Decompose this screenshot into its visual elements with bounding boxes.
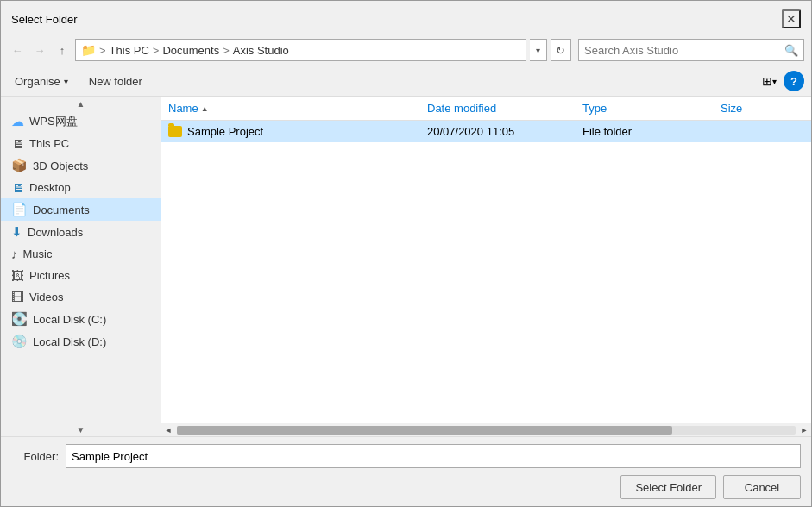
- sidebar-scroll-down[interactable]: ▼: [1, 422, 161, 436]
- sidebar-item-label-localc: Local Disk (C:): [33, 313, 106, 326]
- help-button[interactable]: ?: [784, 71, 804, 91]
- organise-button[interactable]: Organise ▾: [8, 72, 75, 91]
- back-button[interactable]: ←: [8, 41, 27, 59]
- sidebar-item-locald[interactable]: 💿 Local Disk (D:): [1, 330, 161, 353]
- downloads-icon: ⬇: [11, 224, 22, 240]
- address-path[interactable]: 📁 > This PC > Documents > Axis Studio: [75, 39, 526, 61]
- sidebar-scroll: ☁ WPS网盘 🖥 This PC 📦 3D Objects 🖥 Desktop…: [1, 110, 161, 422]
- file-size: [714, 130, 811, 134]
- column-date-label: Date modified: [427, 102, 496, 115]
- sidebar-item-label-videos: Videos: [29, 291, 64, 304]
- sidebar-item-label-pictures: Pictures: [29, 269, 70, 282]
- cloud-icon: ☁: [11, 114, 24, 129]
- path-part-axisstudio: Axis Studio: [233, 44, 289, 57]
- sidebar-item-downloads[interactable]: ⬇ Downloads: [1, 221, 161, 243]
- refresh-icon: ↻: [556, 44, 565, 57]
- dialog-title: Select Folder: [11, 13, 78, 26]
- sort-arrow-icon: ▲: [201, 104, 209, 113]
- column-name-label: Name: [168, 102, 198, 115]
- sidebar-item-label-wps: WPS网盘: [29, 114, 78, 129]
- column-type-label: Type: [582, 102, 607, 115]
- hscroll-left-arrow[interactable]: ◄: [161, 423, 175, 437]
- title-bar: Select Folder ✕: [1, 1, 811, 34]
- forward-button[interactable]: →: [30, 41, 49, 59]
- column-size-label: Size: [721, 102, 742, 115]
- search-input[interactable]: [584, 44, 784, 57]
- sidebar-item-label-thispc: This PC: [29, 137, 69, 150]
- new-folder-button[interactable]: New folder: [82, 72, 149, 91]
- file-list: Sample Project 20/07/2020 11:05 File fol…: [161, 121, 811, 422]
- horizontal-scrollbar[interactable]: ◄ ►: [161, 422, 811, 436]
- file-name: Sample Project: [187, 125, 263, 138]
- file-area: Name ▲ Date modified Type Size: [161, 97, 811, 436]
- hscroll-right-arrow[interactable]: ►: [797, 423, 811, 437]
- sidebar-item-desktop[interactable]: 🖥 Desktop: [1, 177, 161, 198]
- close-button[interactable]: ✕: [782, 9, 801, 28]
- path-dropdown-button[interactable]: ▾: [530, 39, 547, 61]
- local-disk-c-icon: 💽: [11, 311, 28, 327]
- documents-icon: 📄: [11, 202, 28, 217]
- sidebar-item-pictures[interactable]: 🖼 Pictures: [1, 265, 161, 286]
- cancel-button[interactable]: Cancel: [723, 475, 801, 499]
- toolbar: Organise ▾ New folder ⊞ ▾ ?: [1, 66, 811, 97]
- local-disk-d-icon: 💿: [11, 334, 28, 349]
- view-arrow-icon: ▾: [772, 77, 777, 86]
- sidebar-item-label-3d: 3D Objects: [33, 160, 88, 172]
- folder-input[interactable]: [66, 444, 801, 468]
- sidebar-item-documents[interactable]: 📄 Documents: [1, 198, 161, 221]
- sidebar-item-3dobjects[interactable]: 📦 3D Objects: [1, 154, 161, 177]
- sidebar-item-music[interactable]: ♪ Music: [1, 243, 161, 265]
- search-icon: 🔍: [784, 44, 798, 57]
- folder-label: Folder:: [11, 450, 59, 463]
- view-button[interactable]: ⊞ ▾: [758, 70, 780, 92]
- sidebar-item-videos[interactable]: 🎞 Videos: [1, 286, 161, 308]
- new-folder-label: New folder: [89, 75, 142, 88]
- desktop-icon: 🖥: [11, 180, 24, 195]
- folder-yellow-icon: [168, 126, 182, 137]
- organise-arrow-icon: ▾: [64, 77, 68, 86]
- bottom-bar: Folder: Select Folder Cancel: [1, 436, 811, 506]
- file-table-header: Name ▲ Date modified Type Size: [161, 97, 811, 121]
- file-type: File folder: [576, 123, 714, 140]
- sidebar: ▲ ☁ WPS网盘 🖥 This PC 📦 3D Objects 🖥 Deskt…: [1, 97, 161, 436]
- column-header-date[interactable]: Date modified: [420, 100, 576, 116]
- main-content: ▲ ☁ WPS网盘 🖥 This PC 📦 3D Objects 🖥 Deskt…: [1, 97, 811, 436]
- organise-label: Organise: [15, 75, 60, 88]
- sidebar-item-label-locald: Local Disk (D:): [33, 335, 106, 348]
- select-folder-button[interactable]: Select Folder: [620, 475, 716, 499]
- sidebar-scroll-up[interactable]: ▲: [1, 97, 161, 110]
- sidebar-item-label-downloads: Downloads: [28, 226, 83, 239]
- view-icon: ⊞: [762, 74, 772, 88]
- path-separator-3: >: [223, 44, 230, 57]
- 3d-icon: 📦: [11, 158, 28, 173]
- column-header-name[interactable]: Name ▲: [161, 100, 420, 116]
- up-button[interactable]: ↑: [53, 41, 72, 59]
- address-bar: ← → ↑ 📁 > This PC > Documents > Axis Stu…: [1, 34, 811, 66]
- table-row[interactable]: Sample Project 20/07/2020 11:05 File fol…: [161, 121, 811, 142]
- videos-icon: 🎞: [11, 290, 24, 304]
- pictures-icon: 🖼: [11, 268, 24, 283]
- file-name-cell: Sample Project: [161, 123, 420, 140]
- path-part-documents: Documents: [162, 44, 219, 57]
- path-part-thispc: This PC: [110, 44, 149, 57]
- select-folder-dialog: Select Folder ✕ ← → ↑ 📁 > This PC > Docu…: [0, 0, 812, 507]
- sidebar-item-label-desktop: Desktop: [29, 181, 71, 194]
- sidebar-item-localc[interactable]: 💽 Local Disk (C:): [1, 308, 161, 330]
- hscroll-track[interactable]: [177, 426, 796, 435]
- folder-icon: 📁: [81, 43, 96, 57]
- refresh-button[interactable]: ↻: [551, 39, 571, 61]
- dropdown-arrow-icon: ▾: [536, 46, 540, 55]
- sidebar-item-label-music: Music: [23, 247, 53, 260]
- column-header-type[interactable]: Type: [576, 100, 714, 116]
- file-date: 20/07/2020 11:05: [420, 123, 576, 140]
- sidebar-item-wps[interactable]: ☁ WPS网盘: [1, 110, 161, 133]
- sidebar-item-thispc[interactable]: 🖥 This PC: [1, 133, 161, 154]
- path-separator-2: >: [153, 44, 160, 57]
- folder-row: Folder:: [11, 444, 801, 468]
- column-header-size[interactable]: Size: [714, 100, 811, 116]
- computer-icon: 🖥: [11, 136, 24, 151]
- path-separator: >: [99, 44, 106, 57]
- search-box[interactable]: 🔍: [578, 39, 804, 61]
- toolbar-right: ⊞ ▾ ?: [758, 70, 804, 92]
- hscroll-thumb: [177, 426, 672, 435]
